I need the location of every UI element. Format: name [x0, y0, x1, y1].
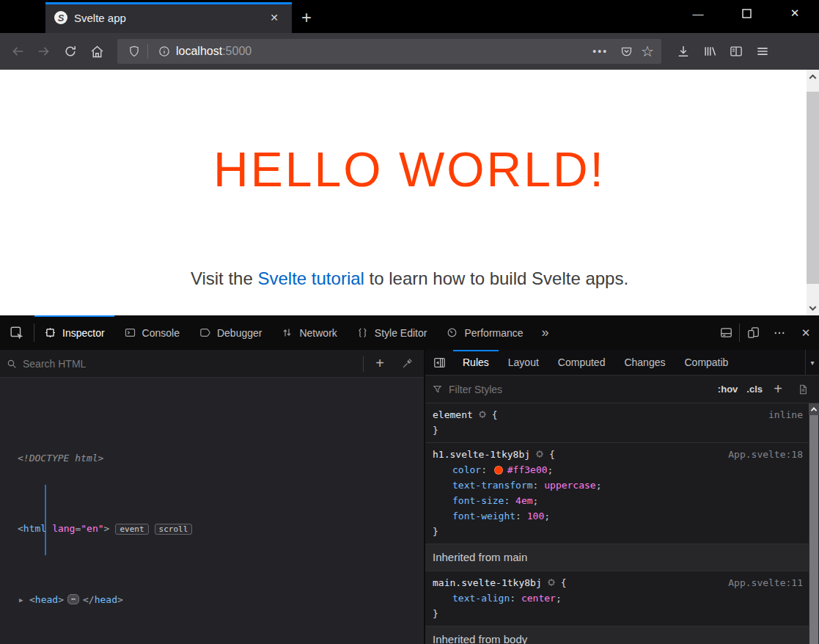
- more-tabs-button[interactable]: »: [533, 315, 558, 350]
- sidebar-icon: [729, 44, 743, 59]
- back-button[interactable]: [4, 38, 31, 65]
- rule-location-link[interactable]: App.svelte:18: [728, 447, 803, 462]
- add-node-button[interactable]: +: [369, 353, 391, 375]
- browser-window: S Svelte app ✕ + — ✕: [0, 0, 819, 644]
- reload-button[interactable]: [57, 38, 84, 65]
- css-declaration[interactable]: font-weight: 100;: [425, 508, 819, 524]
- expand-arrow-icon[interactable]: ▶: [19, 591, 23, 609]
- sidebar-tabs-overflow-button[interactable]: ▾: [805, 350, 819, 375]
- sidebar-button[interactable]: [723, 38, 749, 65]
- svelte-tutorial-link[interactable]: Svelte tutorial: [257, 268, 364, 288]
- home-button[interactable]: [84, 38, 110, 65]
- minimize-button[interactable]: —: [674, 0, 722, 26]
- filter-styles-bar: :hov .cls +: [425, 376, 819, 403]
- tab-console[interactable]: Console: [114, 315, 189, 350]
- css-declaration[interactable]: text-align: center;: [425, 590, 819, 606]
- color-swatch[interactable]: [494, 466, 503, 475]
- dom-tree: <!DOCTYPE html> <htmllang="en">eventscro…: [0, 378, 424, 644]
- tab-inspector[interactable]: Inspector: [34, 315, 114, 350]
- downloads-button[interactable]: [670, 38, 697, 65]
- close-window-button[interactable]: ✕: [771, 0, 819, 26]
- css-declaration[interactable]: font-size: 4em;: [425, 493, 819, 508]
- menu-button[interactable]: [749, 38, 776, 65]
- css-declaration[interactable]: color: #ff3e00;: [425, 462, 819, 477]
- tab-close-button[interactable]: ✕: [265, 10, 283, 25]
- tab-performance[interactable]: Performance: [436, 315, 532, 350]
- highlight-target-icon[interactable]: [477, 409, 488, 420]
- scroll-up-arrow[interactable]: [807, 70, 819, 82]
- search-icon: [6, 358, 18, 370]
- tab-style-editor[interactable]: Style Editor: [347, 315, 437, 350]
- rule-location-link[interactable]: App.svelte:11: [728, 575, 803, 590]
- tab-network[interactable]: Network: [271, 315, 346, 350]
- new-tab-button[interactable]: +: [295, 7, 318, 29]
- eyedropper-icon: [401, 357, 414, 370]
- h1-rule: h1.svelte-1tky8bj{App.svelte:18 color: #…: [425, 443, 819, 544]
- site-info-icon[interactable]: [158, 45, 171, 58]
- highlight-target-icon[interactable]: [546, 577, 557, 588]
- library-button[interactable]: [697, 38, 723, 65]
- dock-options-button[interactable]: [713, 315, 739, 350]
- responsive-mode-button[interactable]: [740, 315, 766, 350]
- scroll-badge[interactable]: scroll: [155, 524, 193, 535]
- rule-selector[interactable]: element: [433, 409, 473, 420]
- back-arrow-icon: [10, 43, 26, 59]
- meatball-menu-icon: [773, 326, 786, 340]
- css-declaration[interactable]: text-transform: uppercase;: [425, 477, 819, 493]
- tab-compatibility[interactable]: Compatib: [675, 350, 738, 375]
- element-picker-button[interactable]: [0, 315, 34, 350]
- bookmark-star-icon[interactable]: ☆: [641, 43, 654, 60]
- filter-styles-input[interactable]: [449, 384, 709, 395]
- style-editor-braces-icon: [356, 326, 369, 339]
- tree-node-html[interactable]: <htmllang="en">eventscroll: [0, 520, 424, 538]
- url-port: :5000: [222, 45, 251, 58]
- tab-label: Inspector: [62, 327, 105, 339]
- paragraph-text: Visit the: [191, 268, 258, 288]
- search-html-input[interactable]: [23, 358, 358, 370]
- maximize-button[interactable]: [722, 0, 771, 26]
- collapse-sidebar-button[interactable]: [425, 350, 453, 375]
- class-toggle[interactable]: .cls: [746, 384, 763, 395]
- page-actions-button[interactable]: •••: [592, 45, 608, 57]
- close-devtools-button[interactable]: ✕: [793, 315, 819, 350]
- add-rule-button[interactable]: +: [768, 381, 787, 398]
- html-search-bar: +: [0, 350, 424, 378]
- active-tab-indicator: [45, 2, 292, 4]
- eyedropper-button[interactable]: [396, 353, 418, 375]
- tab-debugger[interactable]: Debugger: [189, 315, 272, 350]
- scrollbar-thumb[interactable]: [807, 92, 819, 284]
- page-scrollbar[interactable]: [807, 70, 819, 315]
- tab-layout[interactable]: Layout: [499, 350, 548, 375]
- tree-node-doctype[interactable]: <!DOCTYPE html>: [0, 450, 424, 467]
- devtools-body: + <!DOCTYPE html> <htmllang="en">eventsc…: [0, 350, 819, 644]
- tree-node-head[interactable]: ▶<head>⋯</head>: [0, 591, 424, 609]
- sidebar-tabs: Rules Layout Computed Changes Compatib ▾: [425, 350, 819, 376]
- tab-computed[interactable]: Computed: [548, 350, 615, 375]
- page-paragraph: Visit the Svelte tutorial to learn how t…: [0, 268, 819, 289]
- download-icon: [676, 44, 691, 59]
- scroll-down-arrow[interactable]: [807, 303, 819, 315]
- scrollbar-thumb[interactable]: [809, 415, 818, 644]
- devtools-toolbar: Inspector Console Debugger Network Style…: [0, 315, 819, 350]
- collapsed-content-button[interactable]: ⋯: [67, 594, 79, 604]
- tab-changes[interactable]: Changes: [614, 350, 675, 375]
- tab-rules[interactable]: Rules: [453, 350, 499, 375]
- scroll-up-arrow[interactable]: [809, 403, 819, 415]
- reload-icon: [63, 44, 78, 59]
- print-media-button[interactable]: [793, 384, 812, 395]
- url-bar[interactable]: localhost:5000 ••• ☆: [117, 39, 661, 64]
- tab-label: Debugger: [217, 327, 262, 339]
- document-icon: [797, 384, 809, 395]
- pocket-icon[interactable]: [620, 45, 633, 59]
- tracking-shield-icon[interactable]: [128, 45, 141, 58]
- highlight-target-icon[interactable]: [535, 449, 545, 459]
- browser-tab[interactable]: S Svelte app ✕: [45, 2, 292, 33]
- forward-button[interactable]: [31, 38, 57, 65]
- event-badge[interactable]: event: [115, 524, 148, 535]
- devtools-menu-button[interactable]: [766, 315, 793, 350]
- rule-selector[interactable]: main.svelte-1tky8bj: [433, 577, 542, 588]
- rule-selector[interactable]: h1.svelte-1tky8bj: [433, 449, 530, 460]
- rules-scrollbar[interactable]: [809, 403, 819, 644]
- responsive-design-icon: [746, 326, 760, 340]
- pseudo-class-toggle[interactable]: :hov: [718, 384, 738, 395]
